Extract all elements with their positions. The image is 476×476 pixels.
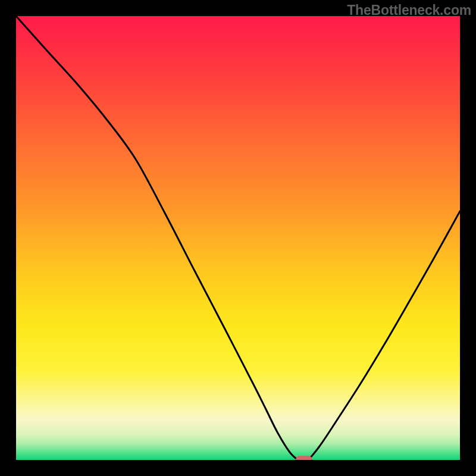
chart-frame: TheBottleneck.com: [0, 0, 476, 476]
selection-marker: [296, 456, 312, 460]
plot-area: [16, 16, 460, 460]
chart-svg: [16, 16, 460, 460]
gradient-background: [16, 16, 460, 460]
